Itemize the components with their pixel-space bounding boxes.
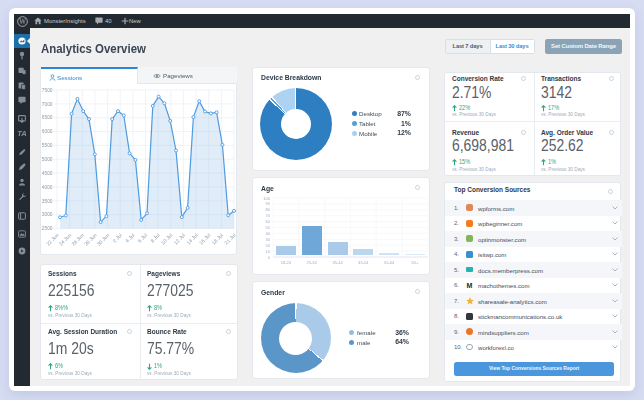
svg-text:6 Jul: 6 Jul [136,232,148,244]
svg-text:3500: 3500 [42,199,53,204]
svg-text:18-24: 18-24 [281,260,292,265]
svg-text:35-44: 35-44 [332,260,343,265]
svg-text:14 Jul: 14 Jul [185,232,199,246]
svg-text:5500: 5500 [42,143,53,148]
svg-text:5000: 5000 [42,157,53,162]
svg-text:6000: 6000 [42,129,53,134]
svg-text:10 Jul: 10 Jul [160,232,174,246]
svg-text:60: 60 [266,219,271,224]
svg-text:TA: TA [17,129,26,138]
svg-text:100: 100 [263,196,270,201]
svg-text:6500: 6500 [42,115,53,120]
svg-text:22 Jun: 22 Jun [45,232,60,247]
svg-text:2500: 2500 [42,226,53,231]
svg-text:20: 20 [266,243,271,248]
svg-text:55-64: 55-64 [384,260,395,265]
svg-text:10: 10 [266,249,271,254]
svg-text:28 Jun: 28 Jun [83,232,98,247]
svg-text:90: 90 [266,201,271,206]
svg-text:26 Jun: 26 Jun [70,232,85,247]
svg-text:7000: 7000 [42,102,53,107]
svg-text:21 Jul: 21 Jul [223,232,237,246]
svg-text:24 Jun: 24 Jun [57,232,72,247]
svg-text:7500: 7500 [42,88,53,93]
svg-text:0: 0 [268,255,271,260]
svg-text:4500: 4500 [42,171,53,176]
svg-text:3000: 3000 [42,212,53,217]
svg-text:80: 80 [266,207,271,212]
svg-text:4000: 4000 [42,185,53,190]
svg-text:50: 50 [266,225,271,230]
svg-text:30 Jun: 30 Jun [95,232,110,247]
svg-text:4 Jul: 4 Jul [124,232,136,244]
svg-text:45-54: 45-54 [358,260,369,265]
svg-text:18 Jul: 18 Jul [210,232,224,246]
svg-text:30: 30 [266,237,271,242]
svg-text:65+: 65+ [412,260,419,265]
svg-text:2 Jul: 2 Jul [111,232,123,244]
svg-text:40: 40 [266,231,271,236]
svg-text:70: 70 [266,213,271,218]
svg-text:16 Jul: 16 Jul [198,232,212,246]
svg-text:12 Jul: 12 Jul [172,232,186,246]
svg-text:W: W [19,16,26,25]
svg-text:25-34: 25-34 [307,260,318,265]
